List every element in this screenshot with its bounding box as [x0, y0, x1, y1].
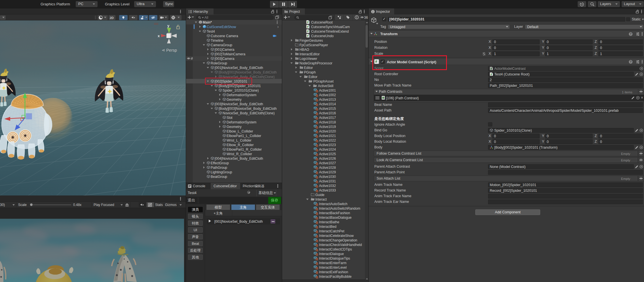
svg-text:⋖ Persp: ⋖ Persp — [162, 48, 177, 52]
svg-text:x: x — [158, 34, 160, 38]
svg-text:y: y — [167, 24, 170, 28]
